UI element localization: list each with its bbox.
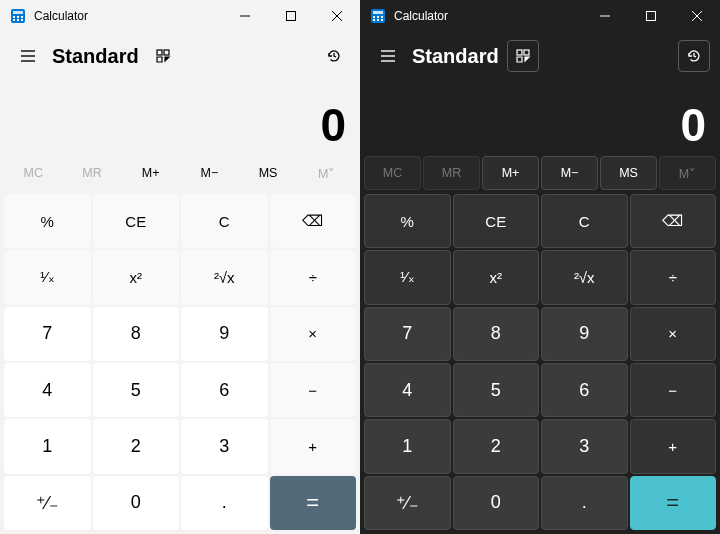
menu-button[interactable] [368, 38, 408, 74]
svg-rect-33 [524, 50, 529, 55]
memory-row: MCMRM+M−MSM˅ [0, 156, 360, 190]
svg-rect-1 [13, 11, 23, 14]
keypad: %CEC⌫¹⁄ₓx²²√x÷789×456−123+⁺∕₋0.= [360, 190, 720, 534]
result-value: 0 [680, 98, 706, 152]
subtract-key[interactable]: − [630, 363, 717, 417]
maximize-button[interactable] [628, 0, 674, 32]
close-button[interactable] [314, 0, 360, 32]
svg-rect-16 [164, 50, 169, 55]
clear-key[interactable]: C [541, 194, 628, 248]
multiply-key[interactable]: × [630, 307, 717, 361]
svg-rect-4 [21, 16, 23, 18]
clear-entry-key[interactable]: CE [93, 194, 180, 248]
equals-key[interactable]: = [630, 476, 717, 530]
add-key[interactable]: + [630, 419, 717, 473]
memory-m-button[interactable]: M− [180, 156, 239, 190]
subtract-key[interactable]: − [270, 363, 357, 417]
memory-m-button: M˅ [297, 156, 356, 190]
sqrt-key[interactable]: ²√x [181, 250, 268, 304]
percent-key[interactable]: % [4, 194, 91, 248]
minimize-button[interactable] [582, 0, 628, 32]
digit-0-key[interactable]: 0 [93, 476, 180, 530]
memory-ms-button[interactable]: MS [239, 156, 298, 190]
digit-4-key[interactable]: 4 [364, 363, 451, 417]
calculator-window-dark: CalculatorStandard0MCMRM+M−MSM˅%CEC⌫¹⁄ₓx… [360, 0, 720, 534]
negate-key[interactable]: ⁺∕₋ [364, 476, 451, 530]
window-buttons [582, 0, 720, 32]
memory-m-button[interactable]: M+ [121, 156, 180, 190]
digit-8-key[interactable]: 8 [453, 307, 540, 361]
digit-0-key[interactable]: 0 [453, 476, 540, 530]
square-key[interactable]: x² [453, 250, 540, 304]
decimal-key[interactable]: . [181, 476, 268, 530]
digit-8-key[interactable]: 8 [93, 307, 180, 361]
memory-ms-button[interactable]: MS [600, 156, 657, 190]
digit-7-key[interactable]: 7 [4, 307, 91, 361]
svg-rect-23 [377, 19, 379, 21]
svg-rect-22 [373, 19, 375, 21]
svg-rect-24 [381, 19, 383, 21]
clear-entry-key[interactable]: CE [453, 194, 540, 248]
reciprocal-key[interactable]: ¹⁄ₓ [364, 250, 451, 304]
calculator-mode-label: Standard [412, 45, 499, 68]
svg-rect-20 [377, 16, 379, 18]
svg-rect-32 [517, 50, 522, 55]
minimize-button[interactable] [222, 0, 268, 32]
history-button[interactable] [678, 40, 710, 72]
clear-key[interactable]: C [181, 194, 268, 248]
digit-4-key[interactable]: 4 [4, 363, 91, 417]
add-key[interactable]: + [270, 419, 357, 473]
svg-rect-18 [373, 11, 383, 14]
square-key[interactable]: x² [93, 250, 180, 304]
result-value: 0 [320, 98, 346, 152]
svg-rect-26 [647, 12, 656, 21]
digit-2-key[interactable]: 2 [93, 419, 180, 473]
digit-1-key[interactable]: 1 [4, 419, 91, 473]
history-button[interactable] [318, 40, 350, 72]
titlebar: Calculator [0, 0, 360, 32]
result-display: 0 [360, 76, 720, 156]
backspace-key[interactable]: ⌫ [630, 194, 717, 248]
memory-mc-button: MC [4, 156, 63, 190]
digit-6-key[interactable]: 6 [541, 363, 628, 417]
digit-7-key[interactable]: 7 [364, 307, 451, 361]
digit-5-key[interactable]: 5 [453, 363, 540, 417]
svg-rect-3 [17, 16, 19, 18]
result-display: 0 [0, 76, 360, 156]
memory-m-button: M˅ [659, 156, 716, 190]
digit-3-key[interactable]: 3 [181, 419, 268, 473]
memory-m-button[interactable]: M− [541, 156, 598, 190]
decimal-key[interactable]: . [541, 476, 628, 530]
window-title: Calculator [34, 9, 222, 23]
digit-5-key[interactable]: 5 [93, 363, 180, 417]
window-title: Calculator [394, 9, 582, 23]
multiply-key[interactable]: × [270, 307, 357, 361]
divide-key[interactable]: ÷ [270, 250, 357, 304]
digit-3-key[interactable]: 3 [541, 419, 628, 473]
reciprocal-key[interactable]: ¹⁄ₓ [4, 250, 91, 304]
svg-rect-6 [17, 19, 19, 21]
negate-key[interactable]: ⁺∕₋ [4, 476, 91, 530]
percent-key[interactable]: % [364, 194, 451, 248]
window-buttons [222, 0, 360, 32]
titlebar: Calculator [360, 0, 720, 32]
keep-on-top-button[interactable] [507, 40, 539, 72]
calculator-window-light: CalculatorStandard0MCMRM+M−MSM˅%CEC⌫¹⁄ₓx… [0, 0, 360, 534]
digit-2-key[interactable]: 2 [453, 419, 540, 473]
memory-mc-button: MC [364, 156, 421, 190]
digit-9-key[interactable]: 9 [181, 307, 268, 361]
digit-9-key[interactable]: 9 [541, 307, 628, 361]
backspace-key[interactable]: ⌫ [270, 194, 357, 248]
maximize-button[interactable] [268, 0, 314, 32]
memory-m-button[interactable]: M+ [482, 156, 539, 190]
close-button[interactable] [674, 0, 720, 32]
sqrt-key[interactable]: ²√x [541, 250, 628, 304]
app-icon [370, 8, 386, 24]
digit-6-key[interactable]: 6 [181, 363, 268, 417]
keep-on-top-button[interactable] [147, 40, 179, 72]
menu-button[interactable] [8, 38, 48, 74]
equals-key[interactable]: = [270, 476, 357, 530]
divide-key[interactable]: ÷ [630, 250, 717, 304]
keypad: %CEC⌫¹⁄ₓx²²√x÷789×456−123+⁺∕₋0.= [0, 190, 360, 534]
digit-1-key[interactable]: 1 [364, 419, 451, 473]
